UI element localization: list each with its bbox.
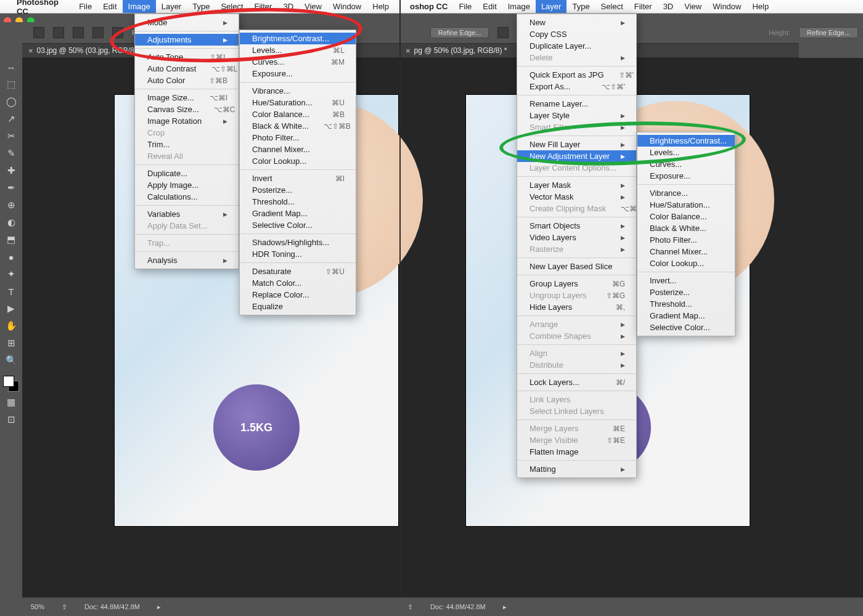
eyedropper-tool-icon[interactable]: ✎ [4,147,18,160]
nadj-bw[interactable]: Black & White... [637,222,735,234]
lasso-tool-icon[interactable]: ◯ [4,95,18,108]
nadj-brightness[interactable]: Brightness/Contrast... [637,135,735,147]
layer-vector-mask[interactable]: Vector Mask [517,191,636,203]
menu-item-canvas-size[interactable]: Canvas Size...⌥⌘C [135,103,239,115]
crop-tool-icon[interactable]: ✂ [4,129,18,143]
layer-hide[interactable]: Hide Layers⌘, [517,301,636,313]
adj-hue[interactable]: Hue/Saturation...⌘U [240,97,356,108]
menu-item-analysis[interactable]: Analysis [135,254,239,266]
layer-copy-css[interactable]: Copy CSS [517,28,636,40]
menu-window-r[interactable]: Window [707,0,746,13]
marquee-add-icon[interactable] [73,27,84,38]
menu-item-trim[interactable]: Trim... [135,139,239,150]
adj-color-balance[interactable]: Color Balance...⌘B [240,108,356,120]
layer-new-adjustment[interactable]: New Adjustment Layer [517,150,636,162]
adj-invert[interactable]: Invert⌘I [240,172,356,184]
menu-item-adjustments[interactable]: Adjustments [135,34,239,46]
heal-tool-icon[interactable]: ✚ [4,164,18,177]
stamp-tool-icon[interactable]: ⊕ [4,198,18,212]
menu-item-calculations[interactable]: Calculations... [135,191,239,203]
layer-duplicate[interactable]: Duplicate Layer... [517,40,636,52]
nadj-invert[interactable]: Invert... [637,275,735,286]
menu-window[interactable]: Window [327,0,367,13]
share-icon-r[interactable]: ⇪ [407,603,413,611]
hand-tool-icon[interactable]: ✋ [4,319,18,333]
menu-filter-r[interactable]: Filter [629,0,658,13]
nadj-posterize[interactable]: Posterize... [637,286,735,298]
nadj-color-lookup[interactable]: Color Lookup... [637,257,735,269]
adj-desaturate[interactable]: Desaturate⇧⌘U [240,265,356,277]
adj-exposure[interactable]: Exposure... [240,68,356,79]
menu-type[interactable]: Type [187,0,215,13]
nadj-curves[interactable]: Curves... [637,158,735,170]
nadj-gradient-map[interactable]: Gradient Map... [637,310,735,322]
nadj-selective-color[interactable]: Selective Color... [637,322,735,333]
refine-edge-button[interactable]: Refine Edge... [430,27,489,38]
marquee-tool-icon[interactable]: ⬚ [4,78,18,91]
layer-group[interactable]: Group Layers⌘G [517,278,636,290]
adj-gradient-map[interactable]: Gradient Map... [240,208,356,219]
app-name-right[interactable]: oshop CC [404,0,453,13]
wand-tool-icon[interactable]: ↗ [4,112,18,126]
menu-item-mode[interactable]: Mode [135,17,239,28]
adj-equalize[interactable]: Equalize [240,301,356,312]
menu-edit[interactable]: Edit [97,0,122,13]
marquee-sub-icon[interactable] [92,27,104,38]
adj-shadows[interactable]: Shadows/Highlights... [240,237,356,248]
nadj-exposure[interactable]: Exposure... [637,170,735,182]
app-name[interactable]: Photoshop CC [11,0,73,13]
marquee-new-icon-r[interactable] [497,27,509,38]
adj-posterize[interactable]: Posterize... [240,184,356,196]
layer-video[interactable]: Video Layers [517,232,636,243]
quickmask-icon[interactable]: ▦ [4,395,18,409]
layer-smart-objects[interactable]: Smart Objects [517,220,636,232]
nadj-vibrance[interactable]: Vibrance... [637,187,735,199]
layer-mask[interactable]: Layer Mask [517,179,636,191]
adj-curves[interactable]: Curves...⌘M [240,56,356,68]
zoom-readout[interactable]: 50% [31,603,44,610]
menu-image-r[interactable]: Image [502,0,536,13]
menu-layer-r[interactable]: Layer [536,0,567,13]
move-tool-icon[interactable]: ↔ [4,60,18,74]
screenmode-icon[interactable]: ⊡ [4,413,18,426]
artboard-tool-icon[interactable]: ⊞ [4,336,18,350]
menu-type-r[interactable]: Type [566,0,595,13]
history-brush-icon[interactable]: ◐ [4,216,18,229]
menu-select[interactable]: Select [215,0,248,13]
close-tab-icon[interactable]: × [28,46,33,55]
blur-tool-icon[interactable]: ● [4,250,18,264]
type-tool-icon[interactable]: T [4,285,18,298]
refine-edge-button-r[interactable]: Refine Edge... [799,27,858,38]
menu-layer[interactable]: Layer [156,0,187,13]
nadj-photo-filter[interactable]: Photo Filter... [637,234,735,246]
nadj-channel-mixer[interactable]: Channel Mixer... [637,246,735,257]
adj-photo-filter[interactable]: Photo Filter... [240,132,356,144]
marquee-intersect-icon[interactable] [112,27,123,38]
layer-export-as[interactable]: Export As...⌥⇧⌘' [517,81,636,92]
layer-new-slice[interactable]: New Layer Based Slice [517,261,636,272]
layer-matting[interactable]: Matting [517,463,636,475]
brush-tool-icon[interactable]: ✒ [4,181,18,195]
menu-file[interactable]: File [73,0,97,13]
menu-edit-r[interactable]: Edit [477,0,502,13]
layer-lock[interactable]: Lock Layers...⌘/ [517,376,636,388]
menu-3d-r[interactable]: 3D [658,0,679,13]
layer-style[interactable]: Layer Style [517,110,636,121]
layer-rename[interactable]: Rename Layer... [517,98,636,110]
adj-brightness-contrast[interactable]: Brightness/Contrast... [240,33,356,44]
layer-new[interactable]: New [517,17,636,28]
adj-threshold[interactable]: Threshold... [240,196,356,208]
nadj-color-balance[interactable]: Color Balance... [637,211,735,222]
menu-view[interactable]: View [299,0,327,13]
adj-replace-color[interactable]: Replace Color... [240,289,356,301]
menu-item-duplicate[interactable]: Duplicate... [135,168,239,179]
dodge-tool-icon[interactable]: ✦ [4,267,18,281]
adj-color-lookup[interactable]: Color Lookup... [240,155,356,167]
adj-hdr[interactable]: HDR Toning... [240,248,356,260]
menu-item-auto-color[interactable]: Auto Color⇧⌘B [135,75,239,86]
tool-preset-icon[interactable] [33,27,44,38]
adj-bw[interactable]: Black & White...⌥⇧⌘B [240,120,356,132]
adj-match-color[interactable]: Match Color... [240,277,356,289]
status-arrow-icon-r[interactable]: ▸ [503,603,507,611]
menu-filter[interactable]: Filter [249,0,278,13]
